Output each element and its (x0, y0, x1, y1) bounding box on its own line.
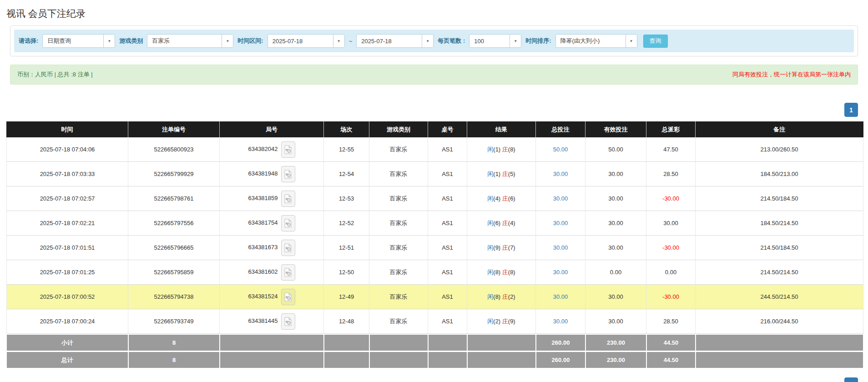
cell-total-bet: 30.00 (536, 309, 585, 334)
cell-note: 216.00/244.50 (696, 309, 863, 334)
cell-round: 634381445 (220, 309, 324, 334)
cell-valid-bet: 0.00 (585, 260, 646, 285)
video-file-icon (284, 292, 292, 302)
total-bet-link[interactable]: 30.00 (553, 171, 568, 177)
video-replay-button[interactable] (281, 215, 295, 231)
cell-round: 634381754 (220, 211, 324, 236)
total-label: 总计 (6, 351, 128, 368)
cell-total-bet: 30.00 (536, 211, 585, 236)
cell-round: 634381524 (220, 285, 324, 309)
cell-valid-bet: 30.00 (585, 236, 646, 260)
cell-result: 闲(1) 庄(5) (467, 162, 536, 186)
cell-time: 2025-07-18 07:00:52 (6, 285, 128, 309)
cell-game-type: 百家乐 (369, 309, 428, 334)
cell-note: 214.50/184.50 (696, 236, 863, 260)
cell-note: 184.50/213.00 (696, 162, 863, 186)
video-file-icon (284, 317, 292, 326)
cell-round: 634382042 (220, 137, 324, 162)
cell-total-bet: 30.00 (536, 162, 585, 186)
page-1-button[interactable]: 1 (844, 103, 858, 117)
subtotal-total-bet: 260.00 (536, 334, 585, 351)
cell-table-no: AS1 (428, 309, 467, 334)
total-bet-link[interactable]: 30.00 (553, 269, 568, 276)
cell-time: 2025-07-18 07:00:24 (6, 309, 128, 334)
total-valid-bet: 230.00 (585, 351, 646, 368)
page-1-button-bottom[interactable]: 1 (844, 377, 858, 382)
video-replay-button[interactable] (281, 191, 295, 207)
total-total-bet: 260.00 (536, 351, 585, 368)
cell-valid-bet: 30.00 (585, 186, 646, 211)
cell-result: 闲(9) 庄(7) (467, 236, 536, 260)
page-size-label: 每页笔数 : (438, 37, 465, 45)
col-round: 局号 (220, 121, 324, 137)
total-bet-link[interactable]: 30.00 (553, 293, 568, 300)
chevron-down-icon: ▼ (103, 35, 115, 47)
total-bet-link[interactable]: 30.00 (553, 318, 568, 325)
cell-time: 2025-07-18 07:02:57 (6, 186, 128, 211)
video-replay-button[interactable] (281, 166, 295, 182)
cell-round: 634381859 (220, 186, 324, 211)
cell-bet-id: 522665794738 (128, 285, 220, 309)
subtotal-payout: 44.50 (646, 334, 696, 351)
video-replay-button[interactable] (281, 240, 295, 256)
cell-session: 12-53 (324, 186, 369, 211)
cell-time: 2025-07-18 07:02:21 (6, 211, 128, 236)
sort-select[interactable]: 降幂(由大到小) ▼ (555, 34, 637, 48)
time-range-label: 时间区间: (237, 37, 263, 45)
game-type-select[interactable]: 百家乐 ▼ (147, 34, 233, 48)
cell-bet-id: 522665798761 (128, 186, 220, 211)
cell-valid-bet: 30.00 (585, 211, 646, 236)
total-row: 总计 8 260.00 230.00 44.50 (6, 351, 863, 368)
cell-session: 12-48 (324, 309, 369, 334)
video-file-icon (284, 268, 292, 277)
video-file-icon (284, 145, 292, 154)
cell-payout: 30.00 (646, 211, 696, 236)
video-replay-button[interactable] (281, 289, 295, 305)
video-replay-button[interactable] (281, 264, 295, 281)
filter-panel: 请选择: 日期查询 ▼ 游戏类别 百家乐 ▼ 时间区间: 2025-07-18 … (10, 25, 858, 56)
col-payout: 总派彩 (646, 121, 696, 137)
date-from-select[interactable]: 2025-07-18 ▼ (267, 34, 345, 48)
cell-valid-bet: 30.00 (585, 162, 646, 186)
page: 视讯 会员下注纪录 请选择: 日期查询 ▼ 游戏类别 百家乐 ▼ 时间区间: 2… (0, 0, 868, 382)
cell-payout: -30.00 (646, 285, 696, 309)
query-button[interactable]: 查询 (643, 35, 668, 48)
page-size-select[interactable]: 100 ▼ (469, 34, 521, 48)
table-row: 2025-07-18 07:03:33 522665799929 6343819… (6, 162, 863, 186)
summary-bar: 币别：人民币 | 总共 :8 注单 | 同局有效投注，统一计算在该局第一张注单内 (10, 65, 858, 85)
sort-label: 时间排序: (525, 37, 551, 45)
video-file-icon (284, 219, 292, 228)
cell-table-no: AS1 (428, 162, 467, 186)
cell-valid-bet: 50.00 (585, 137, 646, 162)
cell-total-bet: 30.00 (536, 260, 585, 285)
table-row: 2025-07-18 07:01:51 522665796665 6343816… (6, 236, 863, 260)
query-mode-select[interactable]: 日期查询 ▼ (42, 34, 115, 48)
cell-table-no: AS1 (428, 137, 467, 162)
cell-note: 244.50/214.50 (696, 285, 863, 309)
cell-round: 634381673 (220, 236, 324, 260)
total-bet-link[interactable]: 30.00 (553, 195, 568, 202)
cell-bet-id: 522665800923 (128, 137, 220, 162)
page-title: 视讯 会员下注纪录 (5, 6, 863, 25)
total-bet-link[interactable]: 30.00 (553, 244, 568, 251)
video-replay-button[interactable] (281, 313, 295, 330)
cell-payout: 28.50 (646, 309, 696, 334)
cell-bet-id: 522665797556 (128, 211, 220, 236)
table-header-row: 时间 注单编号 局号 场次 游戏类别 桌号 结果 总投注 有效投注 总派彩 备注 (6, 121, 863, 137)
video-replay-button[interactable] (281, 141, 295, 158)
cell-session: 12-55 (324, 137, 369, 162)
date-to-select[interactable]: 2025-07-18 ▼ (356, 34, 434, 48)
cell-game-type: 百家乐 (369, 186, 428, 211)
cell-bet-id: 522665793749 (128, 309, 220, 334)
total-bet-link[interactable]: 50.00 (553, 146, 568, 153)
col-game-type: 游戏类别 (369, 121, 428, 137)
chevron-down-icon: ▼ (422, 35, 433, 47)
chevron-down-icon: ▼ (510, 35, 521, 47)
cell-note: 214.50/184.50 (696, 186, 863, 211)
cell-total-bet: 30.00 (536, 285, 585, 309)
total-bet-link[interactable]: 30.00 (553, 220, 568, 226)
cell-payout: -30.00 (646, 236, 696, 260)
cell-note: 184.50/214.50 (696, 211, 863, 236)
cell-game-type: 百家乐 (369, 137, 428, 162)
col-session: 场次 (324, 121, 369, 137)
